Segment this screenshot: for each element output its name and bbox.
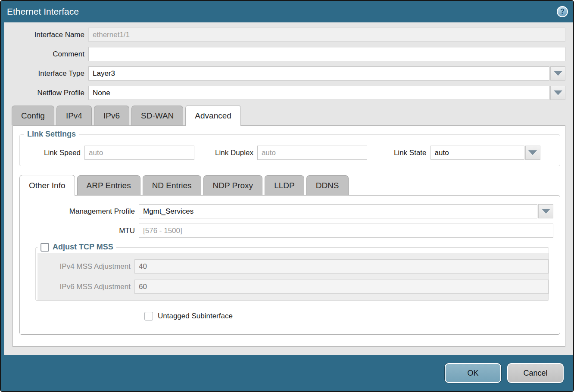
ok-button[interactable]: OK <box>445 363 501 383</box>
interface-type-row: Interface Type <box>4 66 565 81</box>
chevron-down-icon <box>554 71 562 76</box>
mtu-label: MTU <box>25 227 139 235</box>
interface-type-field[interactable] <box>88 66 549 81</box>
tab-ipv6[interactable]: IPv6 <box>94 106 129 125</box>
title-bar: Ethernet Interface ? <box>1 1 573 22</box>
ipv4-mss-label: IPv4 MSS Adjustment <box>37 262 134 271</box>
comment-field[interactable] <box>88 47 565 61</box>
mtu-field[interactable] <box>139 224 553 238</box>
ethernet-interface-dialog: Ethernet Interface ? Interface Name Comm… <box>0 0 574 392</box>
tab-advanced[interactable]: Advanced <box>185 105 241 126</box>
netflow-profile-dropdown-button[interactable] <box>550 86 565 100</box>
link-state-field[interactable] <box>430 146 524 160</box>
other-info-tabstrip: Other Info ARP Entries ND Entries NDP Pr… <box>19 175 560 195</box>
ipv6-mss-label: IPv6 MSS Adjustment <box>37 283 134 291</box>
mtu-row: MTU <box>25 224 553 238</box>
tab-other-info[interactable]: Other Info <box>19 175 75 196</box>
link-state-label: Link State <box>394 149 430 157</box>
management-profile-row: Management Profile <box>25 204 553 218</box>
ipv4-mss-row: IPv4 MSS Adjustment <box>37 256 549 277</box>
management-profile-dropdown-button[interactable] <box>538 204 553 218</box>
link-speed-field[interactable] <box>84 146 194 160</box>
tab-sdwan[interactable]: SD-WAN <box>131 106 183 125</box>
netflow-profile-field[interactable] <box>88 86 549 100</box>
link-settings-fieldset: Link Settings Link Speed Link Duplex Lin… <box>19 134 560 166</box>
ipv6-mss-row: IPv6 MSS Adjustment <box>37 277 549 297</box>
main-tabstrip: Config IPv4 IPv6 SD-WAN Advanced <box>12 105 565 125</box>
management-profile-field[interactable] <box>139 204 537 218</box>
ipv4-mss-field <box>134 259 549 274</box>
netflow-profile-label: Netflow Profile <box>4 89 88 97</box>
chevron-down-icon <box>554 90 562 95</box>
tab-ipv4[interactable]: IPv4 <box>56 106 92 125</box>
untagged-subinterface-row: Untagged Subinterface <box>144 312 553 320</box>
comment-label: Comment <box>4 50 88 59</box>
tab-ddns[interactable]: DDNS <box>306 175 349 195</box>
netflow-profile-row: Netflow Profile <box>4 86 565 100</box>
link-speed-label: Link Speed <box>44 149 84 157</box>
untagged-subinterface-checkbox[interactable] <box>144 312 153 320</box>
interface-name-label: Interface Name <box>4 31 88 39</box>
netflow-profile-combo <box>88 86 565 100</box>
interface-name-row: Interface Name <box>4 28 565 42</box>
chevron-down-icon <box>542 209 550 214</box>
other-info-panel: Management Profile MTU <box>19 195 560 335</box>
interface-type-combo <box>88 66 565 81</box>
advanced-tab-panel: Link Settings Link Speed Link Duplex Lin… <box>12 125 565 347</box>
link-state-group: Link State <box>394 146 540 160</box>
link-speed-group: Link Speed <box>44 146 194 160</box>
link-state-dropdown-button[interactable] <box>525 146 540 160</box>
ipv6-mss-field <box>134 280 549 294</box>
tab-nd-entries[interactable]: ND Entries <box>143 175 201 195</box>
link-duplex-field[interactable] <box>257 146 367 160</box>
adjust-tcp-mss-checkbox[interactable] <box>41 243 49 252</box>
link-duplex-group: Link Duplex <box>215 146 367 160</box>
untagged-subinterface-label: Untagged Subinterface <box>158 312 233 320</box>
link-duplex-label: Link Duplex <box>215 149 257 157</box>
footer-bar: OK Cancel <box>1 355 573 391</box>
cancel-button[interactable]: Cancel <box>507 363 564 383</box>
comment-row: Comment <box>4 47 565 61</box>
link-state-combo <box>430 146 540 160</box>
adjust-tcp-mss-fieldset: Adjust TCP MSS IPv4 MSS Adjustment IPv6 … <box>35 247 549 301</box>
management-profile-label: Management Profile <box>25 207 139 216</box>
help-icon[interactable]: ? <box>557 6 568 17</box>
tab-ndp-proxy[interactable]: NDP Proxy <box>203 175 263 195</box>
dialog-content: Interface Name Comment Interface Type Ne… <box>4 22 573 355</box>
dialog-title: Ethernet Interface <box>7 6 79 17</box>
management-profile-combo <box>139 204 553 218</box>
link-settings-row: Link Speed Link Duplex Link State <box>26 146 554 160</box>
tab-config[interactable]: Config <box>12 106 54 125</box>
mss-disabled-block: IPv4 MSS Adjustment IPv6 MSS Adjustment <box>37 253 549 300</box>
tab-arp-entries[interactable]: ARP Entries <box>77 175 140 195</box>
interface-type-label: Interface Type <box>4 69 88 78</box>
chevron-down-icon <box>528 150 537 155</box>
interface-name-field <box>88 28 565 42</box>
tab-lldp[interactable]: LLDP <box>265 175 304 195</box>
link-settings-legend: Link Settings <box>24 130 79 139</box>
adjust-tcp-mss-legend: Adjust TCP MSS <box>37 243 116 252</box>
interface-type-dropdown-button[interactable] <box>550 66 565 81</box>
